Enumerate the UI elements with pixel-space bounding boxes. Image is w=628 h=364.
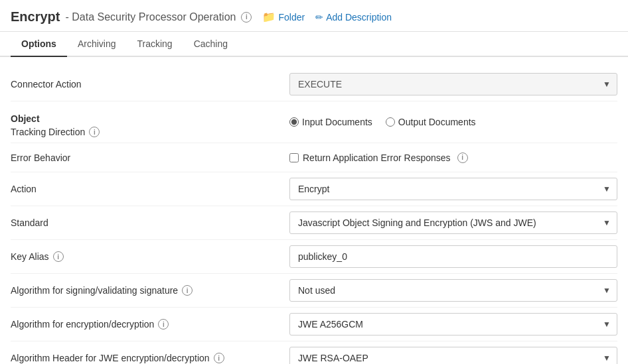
tab-bar: Options Archiving Tracking Caching [0,32,628,57]
standard-select-wrapper: Javascript Object Signing and Encryption… [289,212,617,234]
algorithm-encryption-select-wrapper: JWE A256GCM ▼ [289,313,617,335]
header-links: 📁 Folder ✏ Add Description [262,11,392,23]
add-description-link[interactable]: ✏ Add Description [315,12,392,23]
key-alias-label: Key Alias i [11,251,289,262]
tracking-direction-row: Object Tracking Direction i Input Docume… [11,101,617,143]
object-label: Object [11,107,100,127]
algorithm-header-label: Algorithm Header for JWE encryption/decr… [11,353,289,363]
error-behavior-checkbox[interactable] [289,153,299,162]
radio-input-documents[interactable]: Input Documents [289,117,372,127]
action-control: Encrypt Decrypt ▼ [289,178,617,200]
form-content: Connector Action EXECUTE ▼ Object Tracki… [0,57,628,364]
connector-action-label: Connector Action [11,79,289,90]
standard-select[interactable]: Javascript Object Signing and Encryption… [289,212,617,234]
page-title-main: Encrypt [11,9,60,25]
key-alias-info-icon[interactable]: i [53,251,64,262]
standard-row: Standard Javascript Object Signing and E… [11,206,617,240]
algorithm-header-row: Algorithm Header for JWE encryption/decr… [11,341,617,364]
algorithm-header-select[interactable]: JWE RSA-OAEP [289,347,617,364]
connector-action-control: EXECUTE ▼ [289,73,617,95]
radio-input-documents-input[interactable] [289,117,299,127]
folder-link[interactable]: 📁 Folder [262,11,305,23]
algorithm-header-select-wrapper: JWE RSA-OAEP ▼ [289,347,617,364]
tracking-direction-control: Input Documents Output Documents [289,117,617,127]
algorithm-signing-select[interactable]: Not used [289,279,617,302]
error-behavior-info-icon[interactable]: i [457,152,468,163]
error-behavior-row: Error Behavior Return Application Error … [11,143,617,172]
action-select[interactable]: Encrypt Decrypt [289,178,617,200]
algorithm-encryption-info-icon[interactable]: i [158,319,169,330]
title-info-icon[interactable]: i [241,12,252,23]
algorithm-signing-row: Algorithm for signing/validating signatu… [11,274,617,308]
standard-control: Javascript Object Signing and Encryption… [289,212,617,234]
connector-action-row: Connector Action EXECUTE ▼ [11,68,617,101]
action-select-wrapper: Encrypt Decrypt ▼ [289,178,617,200]
action-row: Action Encrypt Decrypt ▼ [11,172,617,206]
error-behavior-checkbox-text: Return Application Error Responses [303,152,451,163]
algorithm-encryption-select[interactable]: JWE A256GCM [289,313,617,335]
algorithm-encryption-row: Algorithm for encryption/decryption i JW… [11,308,617,341]
algorithm-signing-info-icon[interactable]: i [182,285,193,296]
tracking-direction-radio-group: Input Documents Output Documents [289,117,476,127]
algorithm-signing-label: Algorithm for signing/validating signatu… [11,285,289,296]
add-description-label: Add Description [326,12,392,23]
tracking-direction-label: Object Tracking Direction i [11,107,289,137]
action-label: Action [11,184,289,194]
algorithm-signing-select-wrapper: Not used ▼ [289,279,617,302]
radio-output-documents-input[interactable] [386,117,395,127]
algorithm-signing-control: Not used ▼ [289,279,617,302]
radio-output-documents[interactable]: Output Documents [386,117,476,127]
page-title-sub: - Data Security Processor Operation [65,11,236,23]
connector-action-select-wrapper: EXECUTE ▼ [289,73,617,95]
key-alias-control [289,245,617,268]
algorithm-header-info-icon[interactable]: i [214,353,224,363]
folder-link-label: Folder [278,12,305,23]
tab-archiving[interactable]: Archiving [67,32,127,57]
error-behavior-label: Error Behavior [11,152,289,163]
folder-icon: 📁 [262,11,275,23]
tab-options[interactable]: Options [11,32,67,57]
tab-caching[interactable]: Caching [183,32,238,57]
algorithm-header-control: JWE RSA-OAEP ▼ [289,347,617,364]
key-alias-input[interactable] [289,245,617,268]
standard-label: Standard [11,217,289,228]
page-header: Encrypt - Data Security Processor Operat… [0,0,628,32]
tab-tracking[interactable]: Tracking [126,32,183,57]
edit-icon: ✏ [315,12,323,23]
algorithm-encryption-control: JWE A256GCM ▼ [289,313,617,335]
tracking-direction-info-icon[interactable]: i [89,127,100,137]
connector-action-select[interactable]: EXECUTE [289,73,617,95]
key-alias-row: Key Alias i [11,240,617,274]
algorithm-encryption-label: Algorithm for encryption/decryption i [11,319,289,330]
error-behavior-checkbox-label[interactable]: Return Application Error Responses i [289,152,468,163]
error-behavior-control: Return Application Error Responses i [289,152,617,163]
